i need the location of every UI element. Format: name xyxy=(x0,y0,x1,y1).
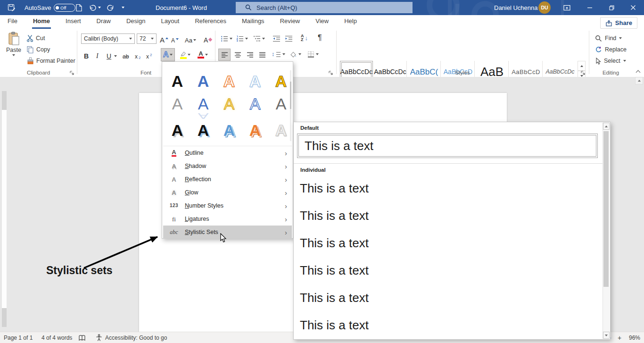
text-effect-option-11[interactable]: A xyxy=(165,119,190,141)
menu-item-shadow[interactable]: A Shadow › xyxy=(163,159,292,173)
text-highlight-button[interactable] xyxy=(180,49,190,61)
gallery-scrollbar-thumb[interactable] xyxy=(290,82,291,109)
font-name-select[interactable]: Calibri (Body) xyxy=(81,33,135,44)
ribbon-display-options-button[interactable] xyxy=(563,0,571,15)
tab-insert[interactable]: Insert xyxy=(65,15,82,29)
redo-button[interactable] xyxy=(107,0,115,15)
text-effect-option-7[interactable]: A xyxy=(191,93,215,115)
tab-home[interactable]: Home xyxy=(32,15,51,29)
tab-draw[interactable]: Draw xyxy=(96,15,112,29)
doc-scroll-up-button[interactable] xyxy=(635,77,643,84)
stylistic-set-option-1[interactable]: This is a text xyxy=(300,182,369,194)
accessibility-status[interactable]: Accessibility: Good to go xyxy=(96,332,167,343)
submenu-scrollbar[interactable] xyxy=(603,123,610,339)
cut-button[interactable]: Cut xyxy=(26,33,45,43)
tab-review[interactable]: Review xyxy=(279,15,301,29)
tab-layout[interactable]: Layout xyxy=(160,15,180,29)
text-effect-option-2[interactable]: A xyxy=(191,70,215,92)
underline-button[interactable]: U xyxy=(107,50,111,60)
tab-design[interactable]: Design xyxy=(125,15,146,29)
align-center-button[interactable] xyxy=(232,49,243,60)
menu-item-number-styles[interactable]: 123 Number Styles › xyxy=(163,199,292,212)
clear-formatting-button[interactable]: A xyxy=(204,33,212,44)
autosave-toggle[interactable]: Off xyxy=(54,0,75,15)
menu-item-stylistic-sets[interactable]: abc Stylistic Sets › xyxy=(163,226,292,239)
search-input[interactable]: Search (Alt+Q) xyxy=(236,2,413,13)
restore-button[interactable] xyxy=(601,0,622,15)
strikethrough-button[interactable]: ab xyxy=(123,50,129,60)
user-name[interactable]: Daniel Uchenna xyxy=(494,0,538,15)
new-document-button[interactable] xyxy=(75,0,83,15)
stylistic-set-option-5[interactable]: This is a text xyxy=(300,292,369,304)
scrollbar-thumb[interactable] xyxy=(603,131,609,287)
replace-button[interactable]: Replace xyxy=(595,44,627,55)
menu-item-outline[interactable]: A Outline › xyxy=(163,146,292,159)
bold-button[interactable]: B xyxy=(84,50,89,60)
paste-button[interactable]: Paste xyxy=(4,32,24,67)
find-button[interactable]: Find xyxy=(595,33,622,43)
clipboard-dialog-launcher[interactable] xyxy=(70,69,75,75)
menu-item-glow[interactable]: A Glow › xyxy=(163,186,292,199)
vertical-ruler[interactable] xyxy=(2,91,7,327)
undo-button[interactable] xyxy=(89,0,101,15)
zoom-in-button[interactable]: + xyxy=(618,332,621,343)
quick-access-toolbar-menu[interactable] xyxy=(122,0,124,15)
superscript-button[interactable]: x2 xyxy=(146,50,152,60)
tab-references[interactable]: References xyxy=(194,15,227,29)
stylistic-set-option-4[interactable]: This is a text xyxy=(300,264,369,276)
subscript-button[interactable]: x2 xyxy=(135,50,140,60)
undo-dropdown-arrow[interactable] xyxy=(98,7,101,8)
show-formatting-button[interactable]: ¶ xyxy=(318,33,322,43)
close-button[interactable] xyxy=(622,0,644,15)
tab-help[interactable]: Help xyxy=(343,15,358,29)
text-effect-option-12[interactable]: A xyxy=(191,119,215,141)
tab-view[interactable]: View xyxy=(314,15,330,29)
multilevel-list-button[interactable] xyxy=(253,33,265,44)
align-right-button[interactable] xyxy=(244,49,256,60)
text-effect-option-13[interactable]: A xyxy=(217,119,241,141)
decrease-indent-button[interactable] xyxy=(272,33,281,44)
increase-indent-button[interactable] xyxy=(285,33,293,44)
stylistic-set-option-6[interactable]: This is a text xyxy=(300,319,369,331)
underline-dropdown[interactable] xyxy=(114,50,117,60)
text-effect-option-3[interactable]: A xyxy=(217,70,241,92)
minimize-button[interactable] xyxy=(579,0,601,15)
sort-button[interactable]: A Z ↓ xyxy=(301,33,308,43)
stylistic-set-default-option[interactable]: This is a text xyxy=(298,135,596,157)
text-effect-option-9[interactable]: A xyxy=(243,93,267,115)
bullets-button[interactable] xyxy=(221,33,232,44)
text-effect-option-1[interactable]: A xyxy=(165,70,190,92)
align-left-button[interactable] xyxy=(219,49,230,60)
page-indicator[interactable]: Page 1 of 1 xyxy=(4,332,33,343)
numbering-button[interactable] xyxy=(236,33,248,44)
stylistic-set-option-3[interactable]: This is a text xyxy=(300,237,369,249)
change-case-button[interactable]: Aa xyxy=(185,33,196,44)
font-size-select[interactable]: 72 xyxy=(137,33,157,44)
text-effect-option-4[interactable]: A xyxy=(243,70,267,92)
italic-button[interactable]: I xyxy=(96,50,99,60)
text-effect-option-6[interactable]: A xyxy=(165,93,190,115)
shrink-font-button[interactable]: A xyxy=(171,33,179,44)
text-effects-button[interactable]: A xyxy=(161,49,174,61)
justify-button[interactable] xyxy=(256,49,268,60)
line-spacing-button[interactable]: ↕ xyxy=(272,49,285,59)
tab-mailings[interactable]: Mailings xyxy=(241,15,265,29)
select-button[interactable]: Select xyxy=(595,56,626,66)
proofing-status[interactable] xyxy=(78,332,86,343)
tab-file[interactable]: File xyxy=(7,15,18,29)
share-button[interactable]: Share xyxy=(600,17,637,29)
font-color-button[interactable]: A xyxy=(198,49,208,61)
shading-button[interactable] xyxy=(289,49,301,59)
text-effect-option-14[interactable]: A xyxy=(243,119,267,141)
styles-dialog-launcher[interactable] xyxy=(581,69,586,75)
collapse-ribbon-button[interactable] xyxy=(636,70,640,74)
scroll-down-button[interactable] xyxy=(603,332,610,339)
copy-button[interactable]: Copy xyxy=(26,44,50,55)
save-button[interactable] xyxy=(8,0,16,15)
borders-button[interactable] xyxy=(307,49,319,59)
text-effect-option-8[interactable]: A xyxy=(217,93,241,115)
gallery-scrollbar[interactable] xyxy=(290,70,291,141)
menu-item-ligatures[interactable]: fi Ligatures › xyxy=(163,212,292,226)
user-avatar[interactable]: DU xyxy=(538,0,551,15)
scroll-up-button[interactable] xyxy=(603,123,610,130)
